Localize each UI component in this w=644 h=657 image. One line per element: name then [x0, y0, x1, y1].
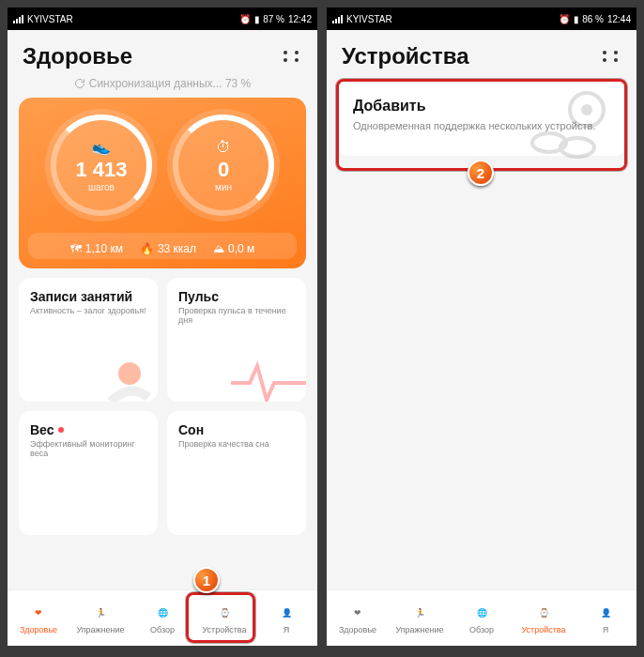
- globe-icon: 🌐: [471, 603, 492, 623]
- carrier-label: KYIVSTAR: [346, 14, 392, 24]
- minutes-value: 0: [218, 158, 229, 182]
- phone-right: KYIVSTAR ⏰ ▮ 86 % 12:44 Устройства Добав…: [327, 8, 636, 646]
- stats-row: 🗺 1,10 км 🔥 33 ккал ⛰ 0,0 м: [28, 233, 297, 259]
- nav-health[interactable]: ❤ Здоровье: [327, 590, 389, 646]
- svg-point-2: [581, 104, 592, 115]
- climb-stat: ⛰ 0,0 м: [213, 242, 254, 255]
- tile-sub: Проверка пульса в течение дня: [178, 306, 295, 325]
- nav-devices[interactable]: ⌚ Устройства: [193, 590, 255, 646]
- devices-bg-icon: [516, 86, 620, 161]
- tile-weight[interactable]: Вес Эффективный мониторинг веса: [19, 411, 158, 535]
- tile-title: Записи занятий: [30, 289, 146, 304]
- alarm-icon: ⏰: [239, 14, 251, 24]
- time-label: 12:44: [607, 14, 631, 24]
- more-icon[interactable]: [284, 51, 302, 62]
- header: Здоровье: [8, 30, 317, 75]
- nav-review[interactable]: 🌐 Обзор: [131, 590, 193, 646]
- watch-icon: ⌚: [533, 603, 554, 623]
- sync-status: Синхронизация данных... 73 %: [8, 75, 317, 98]
- callout-badge: 2: [468, 160, 494, 186]
- header: Устройства: [327, 30, 636, 75]
- heartbeat-icon: [231, 355, 306, 402]
- nav-label: Здоровье: [339, 625, 376, 634]
- time-label: 12:42: [288, 14, 312, 24]
- phone-left: KYIVSTAR ⏰ ▮ 87 % 12:42 Здоровье Синхрон…: [8, 8, 317, 646]
- battery-label: ▮ 87 %: [254, 14, 284, 24]
- minutes-ring: ⏱ 0 мин: [167, 109, 280, 222]
- nav-label: Устройства: [521, 625, 565, 634]
- tile-sub: Активность – залог здоровья!: [30, 306, 146, 315]
- tile-title: Сон: [178, 422, 295, 437]
- nav-label: Устройства: [202, 625, 246, 634]
- nav-devices[interactable]: ⌚ Устройства: [513, 590, 575, 646]
- alarm-icon: ⏰: [559, 14, 570, 24]
- tile-title: Вес: [30, 422, 146, 437]
- nav-label: Упражнение: [395, 625, 443, 634]
- tile-sub: Проверка качества сна: [178, 439, 295, 449]
- run-icon: 🏃: [409, 603, 430, 623]
- heart-icon: ❤: [28, 603, 49, 623]
- distance-stat: 🗺 1,10 км: [70, 242, 123, 255]
- tile-sub: Эффективный мониторинг веса: [30, 439, 146, 458]
- tile-title: Пульс: [178, 289, 295, 304]
- location-icon: [92, 336, 158, 402]
- tile-sleep[interactable]: Сон Проверка качества сна: [167, 411, 306, 535]
- heart-icon: ❤: [347, 603, 368, 623]
- user-icon: 👤: [595, 603, 616, 623]
- battery-label: ▮ 86 %: [574, 14, 604, 24]
- nav-label: Я: [603, 625, 609, 634]
- status-bar: KYIVSTAR ⏰ ▮ 87 % 12:42: [8, 8, 317, 30]
- user-icon: 👤: [276, 603, 297, 623]
- stopwatch-icon: ⏱: [216, 139, 231, 156]
- tile-pulse[interactable]: Пульс Проверка пульса в течение дня: [167, 278, 306, 402]
- status-bar: KYIVSTAR ⏰ ▮ 86 % 12:44: [327, 8, 636, 30]
- svg-point-0: [118, 362, 141, 385]
- nav-label: Обзор: [469, 625, 494, 634]
- signal-icon: [332, 15, 343, 23]
- callout-badge: 1: [193, 567, 220, 593]
- run-icon: 🏃: [90, 603, 111, 623]
- nav-me[interactable]: 👤 Я: [255, 590, 317, 646]
- activity-card[interactable]: 👟 1 413 шагов ⏱ 0 мин 🗺 1,10 км 🔥 33 кка…: [19, 98, 306, 268]
- nav-label: Обзор: [150, 625, 175, 634]
- signal-icon: [13, 15, 23, 23]
- watch-icon: ⌚: [214, 603, 235, 623]
- nav-label: Упражнение: [76, 625, 124, 634]
- minutes-label: мин: [215, 182, 232, 192]
- shoe-icon: 👟: [92, 138, 111, 156]
- nav-label: Я: [284, 625, 290, 634]
- nav-health[interactable]: ❤ Здоровье: [8, 590, 69, 646]
- kcal-stat: 🔥 33 ккал: [140, 242, 196, 255]
- globe-icon: 🌐: [152, 603, 173, 623]
- steps-value: 1 413: [75, 158, 127, 182]
- bottom-nav: ❤ Здоровье 🏃 Упражнение 🌐 Обзор ⌚ Устрой…: [8, 589, 317, 646]
- page-title: Здоровье: [23, 43, 132, 69]
- nav-review[interactable]: 🌐 Обзор: [451, 590, 513, 646]
- steps-ring: 👟 1 413 шагов: [45, 109, 158, 222]
- bottom-nav: ❤ Здоровье 🏃 Упражнение 🌐 Обзор ⌚ Устрой…: [327, 589, 636, 646]
- nav-me[interactable]: 👤 Я: [575, 590, 636, 646]
- page-title: Устройства: [342, 43, 468, 69]
- nav-label: Здоровье: [20, 625, 57, 634]
- steps-label: шагов: [88, 182, 115, 192]
- nav-exercise[interactable]: 🏃 Упражнение: [69, 590, 131, 646]
- nav-exercise[interactable]: 🏃 Упражнение: [389, 590, 451, 646]
- notification-dot-icon: [58, 427, 64, 433]
- carrier-label: KYIVSTAR: [27, 14, 73, 24]
- more-icon[interactable]: [603, 51, 621, 62]
- add-device-card[interactable]: Добавить Одновременная поддержка несколь…: [338, 81, 625, 156]
- tile-records[interactable]: Записи занятий Активность – залог здоров…: [19, 278, 158, 402]
- tiles-grid: Записи занятий Активность – залог здоров…: [8, 268, 317, 544]
